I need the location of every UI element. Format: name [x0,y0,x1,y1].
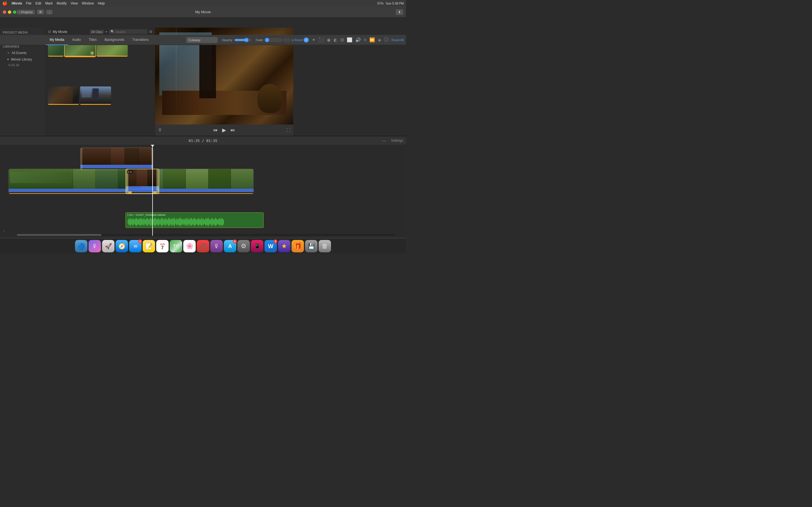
fullscreen-button[interactable]: ⛶ [287,128,290,132]
dock-finder[interactable]: 🔵 [75,240,87,252]
timeline-scrollbar[interactable] [17,234,395,236]
dock-trash[interactable]: 🗑 [319,240,331,252]
reset-button[interactable]: Reset [294,38,303,42]
search-input[interactable] [116,30,138,34]
timeline-zoom-slider[interactable]: — [382,138,386,143]
stabilize-btn[interactable]: ⬜ [346,37,353,43]
clip-duration-badge: 8.9s [127,170,133,173]
sidebar-date[interactable]: 9-25-18 [0,63,45,67]
speed-btn[interactable]: ⏩ [368,37,376,43]
bottom-left-handle[interactable] [128,191,132,193]
dock-safari[interactable]: 🧭 [116,240,128,252]
add-clip-button[interactable]: + [90,51,94,55]
reset-all-button[interactable]: Reset All [392,38,404,42]
opacity-slider[interactable] [234,38,251,42]
cutaway-select[interactable]: Cutaway Picture in Picture Side by Side [186,37,217,43]
filter-icon-btn[interactable]: ◈ [377,37,382,43]
skip-to-end-button[interactable]: ⏭ [231,128,235,133]
microphone-button[interactable]: 🎙 [158,128,162,133]
media-clip-4[interactable] [48,87,79,105]
grid-toggle-button[interactable]: ⊟ [48,30,51,34]
timeline-settings-button[interactable]: Settings [391,138,403,143]
crop-icon-btn[interactable]: ⬛ [317,37,325,43]
apple-menu[interactable]: 🍎 [2,1,8,6]
media-clip-5[interactable] [80,87,111,105]
menu-file[interactable]: File [26,1,31,5]
dock-siri[interactable]: 🎙 [89,240,101,252]
audio-track[interactable]: 1.0m – 101027_025 Adjust volume [125,212,264,228]
fade-slider[interactable] [265,38,282,42]
dock-mail[interactable]: ✉ 5 [129,240,142,252]
dock-maps[interactable]: 🗺 [170,240,182,252]
dock-system-prefs[interactable]: ⚙ [238,240,250,252]
dock-app-store[interactable]: A 8 [224,240,236,252]
chevron-left-icon: ‹ [19,10,20,14]
menu-edit[interactable]: Edit [36,1,42,5]
magic-wand-icon-btn[interactable]: ✦ [311,37,316,43]
share-button[interactable]: ⬆ [396,9,403,15]
import-button[interactable]: ↓ [46,10,52,14]
info-btn[interactable]: ⓘ [383,36,389,43]
clips-filter[interactable]: All Clips [90,30,104,34]
color-balance-btn[interactable]: ◉ [326,37,332,43]
fade-label: Fade: [256,38,264,42]
maximize-button[interactable] [13,10,16,14]
equalizer-btn[interactable]: ≡ [363,37,367,43]
dock-imovie[interactable]: ★ [278,240,290,252]
close-button[interactable] [3,10,6,14]
dock-screens[interactable]: 📱 [251,240,263,252]
projects-back-button[interactable]: ‹ Projects [17,10,35,14]
sidebar-item-all-events[interactable]: ＋ All Events [1,50,44,56]
dock-podcasts[interactable]: 🎙 [210,240,223,252]
skip-to-start-button[interactable]: ⏮ [213,128,218,133]
menu-mark[interactable]: Mark [45,1,53,5]
dock-nas[interactable]: 💾 [305,240,317,252]
tab-my-media[interactable]: My Media [46,35,68,45]
dock-music[interactable]: 🎵 [197,240,209,252]
menu-help[interactable]: Help [98,1,105,5]
menu-modify[interactable]: Modify [57,1,66,5]
minimize-button[interactable] [8,10,11,14]
fade-value[interactable]: 0 [283,38,291,42]
triangle-icon: ▼ [7,58,9,61]
titlebar: ‹ Projects ⊞ ↓ My Movie ⬆ [0,7,406,17]
confirm-button[interactable]: ✓ [304,38,309,43]
dock-gifts[interactable]: 🎁 [292,240,304,252]
play-pause-button[interactable]: ▶ [222,127,226,133]
menubar: 🍎 iMovie File Edit Mark Modify View Wind… [0,0,406,7]
music-note-icon: ♪ [3,228,5,233]
menu-window[interactable]: Window [82,1,94,5]
tab-audio[interactable]: Audio [68,35,85,45]
dock-launchpad[interactable]: 🚀 [102,240,114,252]
color-correct-btn[interactable]: ◐ [333,37,338,43]
media-settings-button[interactable]: ⚙ [149,30,153,34]
grid-view-button[interactable]: ⊞ [37,10,44,14]
word-badge: 3 [273,239,277,243]
tab-titles[interactable]: Titles [85,35,101,45]
coffee-shop-track[interactable]: 8.9s [125,169,159,194]
clip-left-handle[interactable] [81,148,82,170]
playhead-arrow [151,145,154,147]
menu-view[interactable]: View [70,1,78,5]
right-trim-handle[interactable] [156,169,159,193]
cutaway-video-track[interactable] [80,148,153,170]
selection-bar-5 [80,104,111,105]
timeline-tracks: 8.9s [0,145,395,236]
transform-btn[interactable]: ⊞ [340,37,345,43]
dock-word[interactable]: W 3 [264,240,277,252]
dock-photos[interactable]: 🌸 [183,240,196,252]
mail-badge: 5 [138,239,142,243]
tab-backgrounds[interactable]: Backgrounds [101,35,128,45]
bottom-right-handle[interactable] [153,191,156,193]
dock-notes[interactable]: 📝 [143,240,155,252]
dock-calendar[interactable]: JUN 7 [156,240,168,252]
volume-btn[interactable]: 🔊 [354,37,362,43]
selection-bar-3 [97,56,128,57]
battery-status: 57% [377,2,384,5]
menu-imovie[interactable]: iMovie [11,1,22,5]
timeline-content[interactable]: 8.9s [0,145,406,236]
sidebar-item-imovie-library[interactable]: ▼ iMovie Library [1,56,44,62]
tab-transitions[interactable]: Transitions [128,35,153,45]
filter-chevron-icon: ▾ [106,31,107,33]
scrollbar-thumb[interactable] [17,234,101,236]
